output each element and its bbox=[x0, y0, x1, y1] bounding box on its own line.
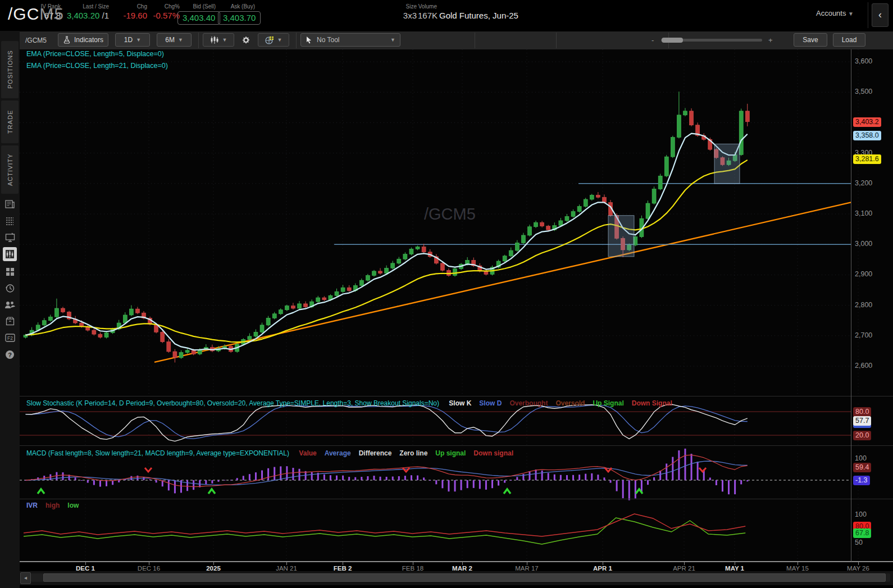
legend-item: Down signal bbox=[473, 449, 513, 457]
stochastic-bubble: 80.0 bbox=[853, 407, 871, 417]
help-icon[interactable]: ? bbox=[3, 348, 17, 362]
header-divider bbox=[868, 2, 868, 28]
drawing-tool-dropdown[interactable]: No Tool ▼ bbox=[300, 33, 400, 47]
timeframe-value: 1D bbox=[124, 36, 133, 44]
save-button[interactable]: Save bbox=[794, 33, 827, 47]
toolbar-separator bbox=[475, 33, 475, 48]
chart-icon[interactable] bbox=[3, 247, 17, 261]
stochastic-title[interactable]: Slow Stochastic (K Period=14, D Period=9… bbox=[26, 399, 439, 407]
people-icon[interactable] bbox=[3, 298, 17, 312]
collapse-panel-button[interactable]: ‹ bbox=[872, 3, 889, 27]
chart-settings-button[interactable] bbox=[238, 33, 254, 47]
legend-item: Average bbox=[325, 449, 351, 457]
iv-rank-field: IV Rank 67.8 bbox=[34, 3, 61, 21]
left-sidebar: POSITIONS TRADE ACTIVITY F2 bbox=[0, 31, 20, 588]
chg-value: -19.60 bbox=[115, 10, 147, 21]
ivr-axis-label: 100 bbox=[855, 510, 867, 518]
accounts-dropdown[interactable]: Accounts ▼ bbox=[816, 9, 854, 17]
scroll-left-button[interactable]: ◂ bbox=[20, 572, 31, 584]
ema5-study-label[interactable]: EMA (Price=CLOSE, Length=5, Displace=0) bbox=[26, 50, 164, 58]
volume-field: Volume 167K bbox=[418, 3, 437, 21]
monitor-icon[interactable] bbox=[3, 230, 17, 244]
instrument-description: Gold Futures, Jun-25 bbox=[439, 11, 518, 20]
legend-item: Down Signal bbox=[632, 399, 672, 407]
save-label: Save bbox=[803, 36, 818, 44]
accounts-label: Accounts bbox=[816, 9, 846, 17]
timeframe-dropdown[interactable]: 1D ▼ bbox=[115, 33, 150, 47]
price-axis-label: 3,600 bbox=[855, 57, 872, 65]
ema21-study-label[interactable]: EMA (Price=CLOSE, Length=21, Displace=0) bbox=[26, 62, 168, 70]
gear-icon bbox=[242, 35, 250, 45]
toolbar-separator bbox=[556, 33, 557, 48]
sidebar-tab-activity[interactable]: ACTIVITY bbox=[1, 145, 19, 194]
legend-item: Oversold bbox=[555, 399, 585, 407]
legend-item: Value bbox=[299, 449, 316, 457]
legend-item: low bbox=[67, 502, 79, 509]
size-label: Size bbox=[393, 3, 417, 10]
no-tool-label: No Tool bbox=[317, 36, 387, 44]
last-size-field: Last / Size 3,403.20 /1 bbox=[63, 3, 109, 21]
ask-field: Ask (Buy) 3,403.70 bbox=[218, 3, 255, 25]
trading-platform-window: /GCM5 IV Rank 67.8 Last / Size 3,403.20 … bbox=[0, 0, 893, 588]
macd-title[interactable]: MACD (Fast length=8, Slow length=21, MAC… bbox=[26, 449, 289, 457]
sidebar-tab-trade[interactable]: TRADE bbox=[1, 101, 19, 143]
zoom-slider-handle[interactable] bbox=[662, 38, 683, 43]
news-icon[interactable] bbox=[3, 197, 17, 211]
chg-field: Chg -19.60 bbox=[115, 3, 147, 21]
ivr-panel[interactable] bbox=[20, 499, 851, 561]
svg-text:?: ? bbox=[8, 352, 12, 358]
iv-rank-label: IV Rank bbox=[34, 3, 61, 10]
price-axis-label: 3,100 bbox=[855, 209, 872, 217]
grid-icon[interactable] bbox=[3, 265, 17, 279]
size-value: 3x3 bbox=[393, 10, 417, 21]
price-axis-label: 3,200 bbox=[855, 179, 872, 187]
chevron-down-icon: ▼ bbox=[390, 37, 395, 43]
chg-label: Chg bbox=[115, 3, 147, 10]
svg-text:F2: F2 bbox=[7, 335, 13, 341]
macd-bubble: 59.4 bbox=[853, 463, 871, 472]
last-size-label: Last / Size bbox=[63, 3, 109, 10]
main-price-chart[interactable] bbox=[20, 49, 851, 396]
bid-label: Bid (Sell) bbox=[177, 3, 216, 10]
toolbar-separator bbox=[296, 33, 297, 48]
last-value: 3,403.20 bbox=[67, 11, 99, 20]
ivr-bubble: 67.8 bbox=[853, 528, 871, 538]
price-axis-label: 2,600 bbox=[855, 362, 872, 370]
stochastic-label-row: Slow Stochastic (K Period=14, D Period=9… bbox=[26, 399, 680, 407]
iv-rank-value: 67.8 bbox=[34, 10, 61, 21]
f2-icon[interactable]: F2 bbox=[3, 331, 17, 345]
zoom-in-button[interactable]: + bbox=[768, 36, 773, 44]
legend-item: IVR bbox=[26, 502, 38, 509]
macd-bubble: -1.3 bbox=[853, 476, 870, 485]
chevron-down-icon: ▼ bbox=[848, 11, 854, 17]
volume-label: Volume bbox=[418, 3, 437, 10]
grid-layout-dropdown[interactable]: ▼ bbox=[258, 33, 289, 47]
volume-value: 167K bbox=[418, 10, 437, 21]
indicators-button[interactable]: Indicators bbox=[58, 33, 108, 47]
candlestick-icon bbox=[210, 36, 219, 44]
bid-button[interactable]: 3,403.40 bbox=[177, 11, 220, 25]
flask-icon bbox=[63, 36, 71, 44]
price-axis[interactable]: 3,6003,5003,4003,3003,2003,1003,0002,900… bbox=[851, 49, 893, 562]
ask-button[interactable]: 3,403.70 bbox=[218, 11, 261, 25]
history-icon[interactable] bbox=[3, 281, 17, 295]
chevron-down-icon: ▼ bbox=[178, 37, 183, 43]
chart-type-dropdown[interactable]: ▼ bbox=[203, 33, 234, 47]
indicators-label: Indicators bbox=[74, 36, 103, 44]
chg-pct-label: Chg% bbox=[151, 3, 180, 10]
toolbar-separator bbox=[198, 33, 199, 48]
stochastic-bubble: 57.7 bbox=[853, 416, 871, 426]
chg-pct-value: -0.57% bbox=[151, 10, 180, 21]
bid-field: Bid (Sell) 3,403.40 bbox=[177, 3, 216, 25]
zoom-out-button[interactable]: - bbox=[651, 36, 654, 44]
header: /GCM5 IV Rank 67.8 Last / Size 3,403.20 … bbox=[0, 0, 893, 31]
scrollbar-thumb[interactable] bbox=[43, 573, 886, 582]
legend-item: Slow D bbox=[479, 399, 502, 407]
sidebar-tab-positions[interactable]: POSITIONS bbox=[1, 41, 19, 98]
list-icon[interactable] bbox=[3, 214, 17, 228]
load-button[interactable]: Load bbox=[833, 33, 865, 47]
package-icon[interactable] bbox=[3, 314, 17, 328]
chg-pct-field: Chg% -0.57% bbox=[151, 3, 180, 21]
grid-globe-icon bbox=[265, 36, 274, 44]
range-dropdown[interactable]: 6M ▼ bbox=[157, 33, 192, 47]
